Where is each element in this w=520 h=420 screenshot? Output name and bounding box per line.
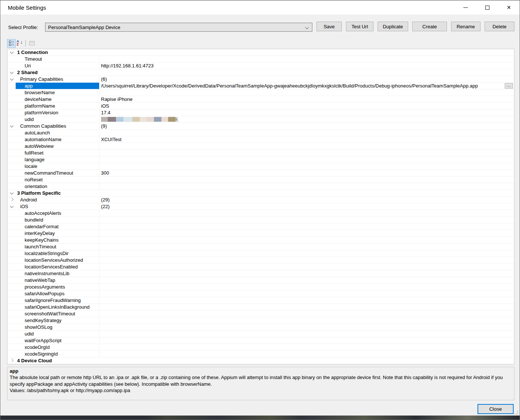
property-value[interactable]	[99, 304, 514, 310]
grid-row-platformname[interactable]: platformNameiOS	[7, 103, 514, 109]
property-name[interactable]: fullReset	[16, 150, 99, 156]
grid-row-safariignorefraudwarning[interactable]: safariIgnoreFraudWarning	[7, 297, 514, 304]
grid-row-locationservicesenabled[interactable]: locationServicesEnabled	[7, 264, 514, 270]
grid-row-noreset[interactable]: noReset	[7, 176, 514, 183]
grid-row-android[interactable]: Android(29)	[7, 197, 514, 203]
create-button[interactable]: Create	[412, 22, 447, 31]
grid-row-udid[interactable]: udid	[7, 331, 514, 337]
maximize-button[interactable]	[476, 0, 498, 15]
property-name[interactable]: autoWebview	[16, 143, 99, 149]
property-name[interactable]: browserName	[16, 89, 99, 96]
property-name[interactable]: udid	[16, 116, 99, 122]
grid-row-fullreset[interactable]: fullReset	[7, 150, 514, 156]
property-name[interactable]: safariIgnoreFraudWarning	[16, 297, 99, 303]
property-name[interactable]: nativeInstrumentsLib	[16, 270, 99, 277]
property-value[interactable]	[99, 237, 514, 243]
grid-row-browsername[interactable]: browserName	[7, 89, 514, 96]
property-name[interactable]: orientation	[16, 183, 99, 190]
property-name[interactable]: locationServicesEnabled	[16, 264, 99, 270]
property-name[interactable]: calendarFormat	[16, 223, 99, 230]
property-value[interactable]	[99, 264, 514, 270]
property-value[interactable]	[99, 244, 514, 250]
property-value[interactable]	[99, 257, 514, 263]
grid-row-automationname[interactable]: automationNameXCUITest	[7, 136, 514, 143]
grid-row-interkeydelay[interactable]: interKeyDelay	[7, 230, 514, 237]
property-name[interactable]: 3 Platform Specific	[16, 190, 514, 196]
rename-button[interactable]: Rename	[451, 22, 480, 31]
property-name[interactable]: platformName	[16, 103, 99, 109]
expander-down-icon[interactable]	[7, 49, 16, 55]
property-name[interactable]: nativeWebTap	[16, 277, 99, 283]
grid-row-screenshotwaittimeout[interactable]: screenshotWaitTimeout	[7, 311, 514, 317]
property-name[interactable]: bundleId	[16, 217, 99, 223]
property-name[interactable]: 2 Shared	[16, 69, 514, 76]
property-value[interactable]	[99, 156, 514, 163]
expander-down-icon[interactable]	[7, 123, 16, 129]
grid-row-safariallowpopups[interactable]: safariAllowPopups	[7, 290, 514, 297]
property-value[interactable]: (9)	[99, 123, 514, 129]
grid-row-xcodeorgid[interactable]: xcodeOrgId	[7, 344, 514, 351]
property-value[interactable]	[99, 337, 514, 344]
property-name[interactable]: Uri	[16, 63, 99, 69]
property-value[interactable]: http://192.168.1.61:4723	[99, 63, 514, 69]
property-value[interactable]	[99, 250, 514, 257]
property-name[interactable]: screenshotWaitTimeout	[16, 311, 99, 317]
categorized-icon[interactable]: + +	[7, 39, 16, 48]
property-value[interactable]: Rapise iPhone	[99, 96, 514, 102]
property-name[interactable]: autoLaunch	[16, 130, 99, 136]
grid-row-udid[interactable]: udidE	[7, 116, 514, 123]
property-name[interactable]: deviceName	[16, 96, 99, 102]
property-value[interactable]	[99, 344, 514, 350]
property-value[interactable]	[99, 284, 514, 290]
property-name[interactable]: Common Capabilities	[16, 123, 99, 129]
property-name[interactable]: Android	[16, 197, 99, 203]
property-name[interactable]: 4 Device Cloud	[16, 357, 514, 364]
property-name[interactable]: safariAllowPopups	[16, 290, 99, 297]
property-name[interactable]: automationName	[16, 136, 99, 143]
grid-row-autowebview[interactable]: autoWebview	[7, 143, 514, 150]
grid-row-2-shared[interactable]: 2 Shared	[7, 69, 514, 76]
grid-row-autoacceptalerts[interactable]: autoAcceptAlerts	[7, 210, 514, 217]
property-name[interactable]: keepKeyChains	[16, 237, 99, 243]
property-name[interactable]: locale	[16, 163, 99, 169]
close-button[interactable]: Close	[478, 404, 514, 414]
grid-row-newcommandtimeout[interactable]: newCommandTimeout300	[7, 170, 514, 176]
grid-row-nativeinstrumentslib[interactable]: nativeInstrumentsLib	[7, 270, 514, 277]
property-name[interactable]: xcodeSigningId	[16, 351, 99, 357]
expander-right-icon[interactable]	[7, 357, 16, 364]
property-value[interactable]	[99, 351, 514, 357]
profile-select[interactable]: PersonalTeamSampleApp Device	[45, 23, 312, 32]
test-url-button[interactable]: Test Url	[346, 22, 374, 31]
grid-row-orientation[interactable]: orientation	[7, 183, 514, 190]
property-name[interactable]: safariOpenLinksInBackground	[16, 304, 99, 310]
duplicate-button[interactable]: Duplicate	[378, 22, 408, 31]
property-value[interactable]	[99, 297, 514, 303]
property-name[interactable]: noReset	[16, 176, 99, 183]
grid-row-locationservicesauthorized[interactable]: locationServicesAuthorized	[7, 257, 514, 264]
property-value[interactable]	[99, 150, 514, 156]
property-value[interactable]: 17.4	[99, 109, 514, 116]
property-name[interactable]: Timeout	[16, 56, 99, 62]
property-name[interactable]: app	[16, 83, 99, 89]
property-name[interactable]: interKeyDelay	[16, 230, 99, 236]
property-value[interactable]	[99, 130, 514, 136]
property-value[interactable]	[99, 317, 514, 324]
grid-row-4-device-cloud[interactable]: 4 Device Cloud	[7, 357, 514, 364]
grid-row-locale[interactable]: locale	[7, 163, 514, 170]
property-value[interactable]	[99, 324, 514, 330]
property-value[interactable]	[99, 56, 514, 62]
property-value[interactable]	[99, 183, 514, 190]
property-value[interactable]	[99, 143, 514, 149]
property-value[interactable]	[99, 290, 514, 297]
grid-row-devicename[interactable]: deviceNameRapise iPhone	[7, 96, 514, 103]
grid-row-nativewebtap[interactable]: nativeWebTap	[7, 277, 514, 284]
property-name[interactable]: platformVersion	[16, 109, 99, 116]
grid-row-uri[interactable]: Urihttp://192.168.1.61:4723	[7, 63, 514, 69]
grid-row-autolaunch[interactable]: autoLaunch	[7, 130, 514, 136]
property-value[interactable]	[99, 270, 514, 277]
property-value[interactable]	[99, 230, 514, 236]
grid-row-keepkeychains[interactable]: keepKeyChains	[7, 237, 514, 244]
property-name[interactable]: Primary Capabilities	[16, 76, 99, 82]
grid-row-1-connection[interactable]: 1 Connection	[7, 49, 514, 56]
property-value[interactable]: (22)	[99, 203, 514, 210]
